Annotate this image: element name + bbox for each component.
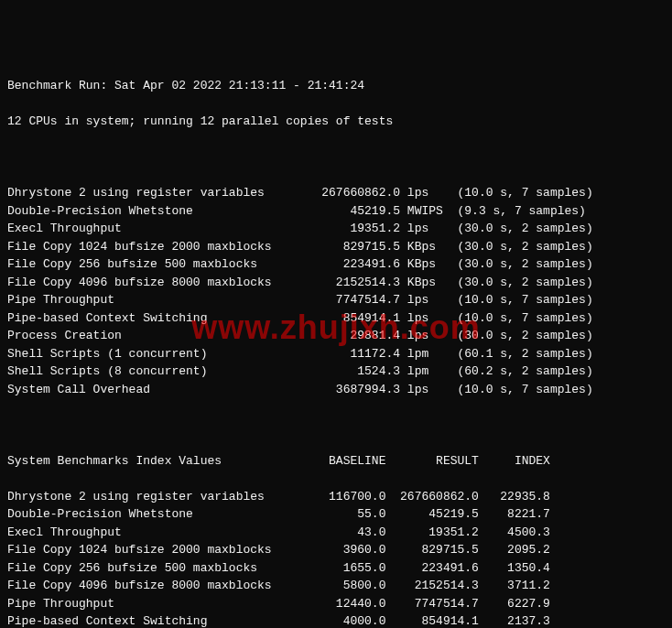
index-table: Dhrystone 2 using register variables 116… [7, 488, 665, 629]
blank-line [7, 148, 665, 167]
blank-line [7, 417, 665, 435]
result-row: File Copy 256 bufsize 500 maxblocks 2234… [7, 255, 665, 274]
benchmark-run-line: Benchmark Run: Sat Apr 02 2022 21:13:11 … [7, 77, 665, 95]
index-row: Execl Throughput 43.0 19351.2 4500.3 [7, 524, 665, 542]
cpu-info-line: 12 CPUs in system; running 12 parallel c… [7, 113, 665, 131]
result-row: Shell Scripts (1 concurrent) 11172.4 lpm… [7, 345, 665, 363]
index-row: Dhrystone 2 using register variables 116… [7, 488, 665, 506]
index-row: File Copy 1024 bufsize 2000 maxblocks 39… [7, 541, 665, 559]
result-row: Process Creation 29881.4 lps (30.0 s, 2 … [7, 327, 665, 345]
index-row: File Copy 256 bufsize 500 maxblocks 1655… [7, 559, 665, 578]
result-row: File Copy 1024 bufsize 2000 maxblocks 82… [7, 238, 665, 256]
result-row: Pipe Throughput 7747514.7 lps (10.0 s, 7… [7, 291, 665, 309]
index-row: Pipe-based Context Switching 4000.0 8549… [7, 612, 665, 628]
result-row: File Copy 4096 bufsize 8000 maxblocks 21… [7, 274, 665, 292]
result-row: System Call Overhead 3687994.3 lps (10.0… [7, 381, 665, 399]
results-table: Dhrystone 2 using register variables 267… [7, 184, 665, 398]
index-row: Double-Precision Whetstone 55.0 45219.5 … [7, 505, 665, 524]
result-row: Shell Scripts (8 concurrent) 1524.3 lpm … [7, 363, 665, 381]
result-row: Execl Throughput 19351.2 lps (30.0 s, 2 … [7, 220, 665, 238]
index-row: Pipe Throughput 12440.0 7747514.7 6227.9 [7, 595, 665, 613]
result-row: Double-Precision Whetstone 45219.5 MWIPS… [7, 202, 665, 221]
result-row: Pipe-based Context Switching 854914.1 lp… [7, 309, 665, 328]
result-row: Dhrystone 2 using register variables 267… [7, 184, 665, 202]
index-header: System Benchmarks Index Values BASELINE … [7, 452, 665, 471]
index-row: File Copy 4096 bufsize 8000 maxblocks 58… [7, 577, 665, 595]
